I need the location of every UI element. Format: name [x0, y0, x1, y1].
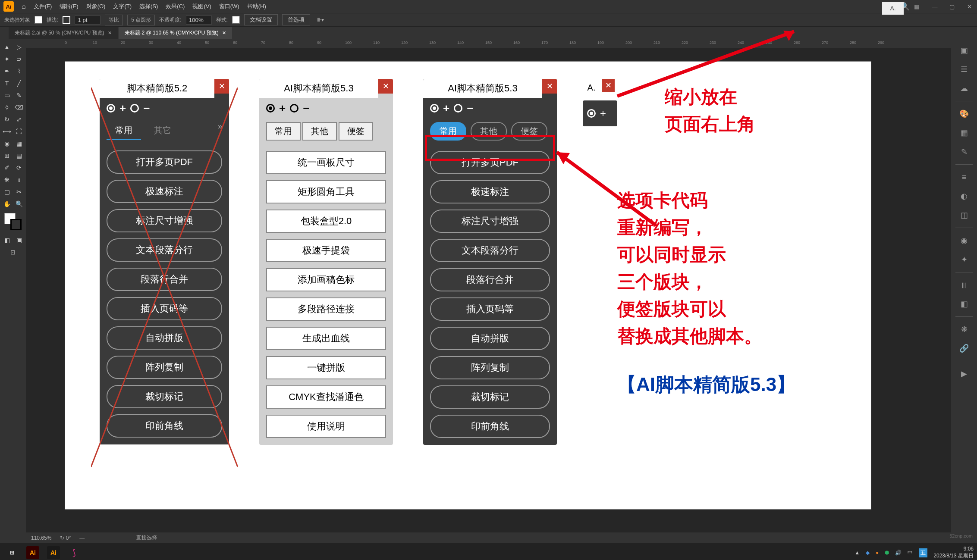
pen-tool[interactable]: ✒ [1, 66, 13, 77]
script-btn[interactable]: 插入页码等 [430, 297, 550, 321]
canvas[interactable]: 脚本精简版5.2 ✕ + − 常用 其它 » 打开多页PDF 极速标注 [26, 48, 951, 532]
tab-notes[interactable]: 便签 [339, 122, 373, 141]
lasso-tool[interactable]: ⊃ [13, 53, 25, 65]
tray-icon[interactable]: ▲ [854, 550, 860, 556]
radio-2[interactable] [130, 104, 139, 113]
free-transform-tool[interactable]: ⛶ [13, 126, 25, 137]
graph-tool[interactable]: ⫾ [13, 174, 25, 185]
transparency-panel-icon[interactable]: ◫ [956, 207, 972, 223]
start-button[interactable]: ⊞ [3, 545, 21, 560]
script-btn[interactable]: 自动拼版 [107, 326, 222, 350]
minimized-script-panel[interactable]: A. [882, 2, 904, 15]
play-icon[interactable]: ▶ [956, 366, 972, 382]
taskbar-app-other[interactable]: ⟆ [66, 545, 83, 560]
close-icon[interactable]: ✕ [222, 30, 226, 36]
tab-other[interactable]: 其他 [302, 122, 337, 141]
doc-tab-1[interactable]: 未标题-2.ai @ 50 % (CMYK/CPU 预览) ✕ [9, 27, 118, 39]
perspective-tool[interactable]: ▦ [13, 138, 25, 149]
script-btn[interactable]: 极速标注 [107, 180, 222, 203]
symbols-panel-icon[interactable]: ❋ [956, 321, 972, 338]
script-btn[interactable]: 打开多页PDF [107, 150, 222, 174]
links-panel-icon[interactable]: 🔗 [956, 340, 972, 357]
chevron-right-icon[interactable]: » [218, 122, 222, 140]
eraser-tool[interactable]: ⌫ [13, 102, 25, 113]
menu-window[interactable]: 窗口(W) [219, 3, 239, 10]
script-btn[interactable]: 标注尺寸增强 [107, 209, 222, 232]
panel-close-button[interactable]: ✕ [378, 79, 393, 94]
align-icon[interactable]: ⊪▾ [317, 17, 324, 23]
paintbrush-tool[interactable]: ✎ [13, 90, 25, 101]
close-button[interactable]: ✕ [965, 2, 974, 11]
panel-close-button[interactable]: ✕ [602, 79, 615, 92]
slice-tool[interactable]: ✂ [13, 186, 25, 197]
script-btn[interactable]: 文本段落分行 [107, 238, 222, 262]
panel-close-button[interactable]: ✕ [542, 79, 557, 94]
script-btn[interactable]: 段落行合并 [107, 268, 222, 291]
script-btn[interactable]: 使用说明 [266, 415, 386, 438]
script-btn[interactable]: CMYK查找潘通色 [266, 385, 386, 409]
align-panel-icon[interactable]: ⫼ [956, 277, 972, 293]
maximize-button[interactable]: ▢ [948, 2, 956, 11]
home-icon[interactable]: ⌂ [22, 3, 26, 10]
minimize-button[interactable]: — [930, 2, 939, 11]
prefs-button[interactable]: 首选项 [282, 14, 310, 25]
tab-common[interactable]: 常用 [266, 122, 301, 141]
script-btn[interactable]: 自动拼版 [430, 327, 550, 350]
menu-type[interactable]: 文字(T) [113, 3, 132, 10]
hand-tool[interactable]: ✋ [1, 198, 13, 210]
menu-select[interactable]: 选择(S) [139, 3, 158, 10]
swatches-panel-icon[interactable]: ▦ [956, 125, 972, 141]
graphic-styles-panel-icon[interactable]: ✦ [956, 251, 972, 268]
fill-swatch[interactable] [35, 16, 42, 24]
script-btn[interactable]: 裁切标记 [430, 385, 550, 409]
script-btn[interactable]: 裁切标记 [107, 385, 222, 408]
uniform-label[interactable]: 等比 [105, 15, 123, 25]
color-mode-icon[interactable]: ◧ [1, 235, 13, 246]
tray-icon[interactable]: ● [876, 550, 879, 556]
color-panel-icon[interactable]: 🎨 [956, 106, 972, 122]
rectangle-tool[interactable]: ▭ [1, 90, 13, 101]
blend-tool[interactable]: ⟳ [13, 162, 25, 173]
doc-setup-button[interactable]: 文档设置 [244, 14, 278, 25]
script-btn[interactable]: 添加画稿色标 [266, 268, 386, 291]
brushes-panel-icon[interactable]: ✎ [956, 144, 972, 160]
radio-2[interactable] [454, 104, 462, 113]
pathfinder-panel-icon[interactable]: ◧ [956, 296, 972, 312]
symbol-sprayer-tool[interactable]: ❋ [1, 174, 13, 185]
script-btn[interactable]: 矩形圆角工具 [266, 180, 386, 203]
script-btn[interactable]: 印前角线 [430, 415, 550, 438]
doc-tab-2[interactable]: 未标题-2 @ 110.65 % (CMYK/CPU 预览) ✕ [119, 27, 232, 39]
mesh-tool[interactable]: ⊞ [1, 150, 13, 161]
line-tool[interactable]: ╱ [13, 78, 25, 89]
zoom-tool[interactable]: 🔍 [13, 198, 25, 210]
script-btn[interactable]: 标注尺寸增强 [430, 210, 550, 233]
script-btn[interactable]: 一键拼版 [266, 356, 386, 379]
stroke-swatch[interactable] [63, 16, 70, 24]
selection-tool[interactable]: ▲ [1, 41, 13, 53]
script-btn[interactable]: 阵列复制 [430, 356, 550, 379]
screen-mode-icon[interactable]: ⊡ [7, 247, 19, 258]
script-btn[interactable]: 插入页码等 [107, 297, 222, 320]
menu-effect[interactable]: 效果(C) [166, 3, 185, 10]
menu-view[interactable]: 视图(V) [192, 3, 211, 10]
menu-file[interactable]: 文件(F) [34, 3, 52, 10]
artboard-tool[interactable]: ▢ [1, 186, 13, 197]
layers-panel-icon[interactable]: ☰ [956, 61, 972, 78]
close-icon[interactable]: ✕ [108, 30, 112, 36]
taskbar-app-ai[interactable]: Ai [24, 545, 41, 560]
script-btn[interactable]: 极速标注 [430, 180, 550, 203]
direct-selection-tool[interactable]: ▷ [13, 41, 25, 53]
script-btn[interactable]: 印前角线 [107, 414, 222, 438]
magic-wand-tool[interactable]: ✦ [1, 53, 13, 65]
style-swatch[interactable] [232, 16, 240, 24]
shape-builder-tool[interactable]: ◉ [1, 138, 13, 149]
tray-icon[interactable]: ⬢ [885, 550, 889, 556]
width-tool[interactable]: ⟷ [1, 126, 13, 137]
script-btn[interactable]: 统一画板尺寸 [266, 151, 386, 174]
panel-close-button[interactable]: ✕ [214, 79, 229, 94]
script-btn[interactable]: 生成出血线 [266, 327, 386, 350]
menu-edit[interactable]: 编辑(E) [60, 3, 78, 10]
script-btn[interactable]: 极速手提袋 [266, 239, 386, 262]
menu-help[interactable]: 帮助(H) [247, 3, 266, 10]
radio-icon[interactable] [587, 109, 596, 118]
